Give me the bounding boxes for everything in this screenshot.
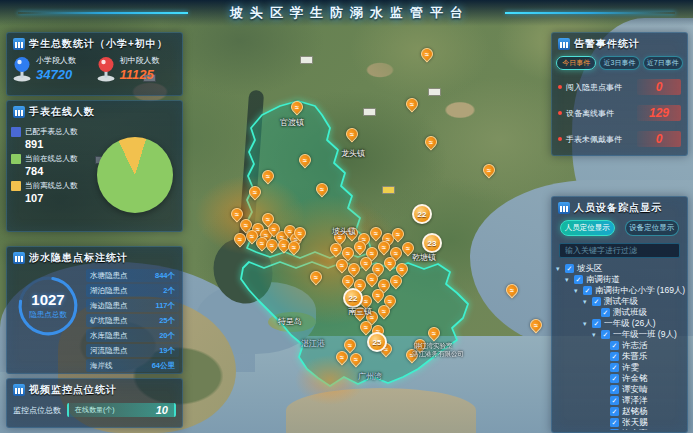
water-wave-icon: ≈ xyxy=(531,320,541,330)
tree-checkbox[interactable]: ✓ xyxy=(565,264,574,273)
tree-node[interactable]: ✓许雯 xyxy=(554,362,685,373)
junior-students-label: 初中段人数 xyxy=(120,55,160,66)
caret-down-icon[interactable]: ▾ xyxy=(583,320,591,327)
person-locate-button[interactable]: 人员定位显示 xyxy=(560,220,615,236)
hazard-type-list: 水塘隐患点844个湖泊隐患点2个海边隐患点117个矿坑隐患点25个水库隐患点20… xyxy=(86,269,179,372)
tree-node[interactable]: ▾✓坡头区 xyxy=(554,263,685,274)
tree-node[interactable]: ✓朱晋乐 xyxy=(554,351,685,362)
alarm-row-intrusion: 闯入隐患点事件 0 xyxy=(552,75,687,99)
hazard-pin[interactable]: ≈ xyxy=(260,168,277,185)
caret-down-icon[interactable]: ▾ xyxy=(556,265,564,272)
hazard-pin[interactable]: ≈ xyxy=(289,99,306,116)
legend-label: 当前离线总人数 xyxy=(25,181,78,191)
hazard-total-donut: 1027 隐患点总数 xyxy=(10,269,86,372)
hazard-panel-title: 涉水隐患点标注统计 xyxy=(29,251,128,265)
water-wave-icon: ≈ xyxy=(263,214,273,224)
tree-checkbox[interactable]: ✓ xyxy=(610,374,619,383)
hazard-row-value: 25个 xyxy=(159,316,175,326)
water-wave-icon: ≈ xyxy=(422,49,432,59)
tree-node[interactable]: ▾✓一年级 (26人) xyxy=(554,318,685,329)
tree-node[interactable]: ✓张天赐 xyxy=(554,417,685,428)
hazard-row-value: 64公里 xyxy=(152,361,175,371)
video-panel-title: 视频监控点位统计 xyxy=(29,383,117,397)
primary-students-value: 34720 xyxy=(36,67,76,82)
tab-7day-events[interactable]: 近7日事件 xyxy=(643,56,683,70)
alarm-row-value: 0 xyxy=(637,79,681,95)
tree-checkbox[interactable]: ✓ xyxy=(610,352,619,361)
tree-checkbox[interactable]: ✓ xyxy=(601,330,610,339)
tree-checkbox[interactable]: ✓ xyxy=(610,341,619,350)
tree-node[interactable]: ▾✓测试年级 xyxy=(554,296,685,307)
tree-checkbox[interactable]: ✓ xyxy=(610,363,619,372)
camera-total-label: 监控点位总数 xyxy=(13,405,61,416)
tree-node[interactable]: ✓测试班级 xyxy=(554,307,685,318)
hazard-pin[interactable]: ≈ xyxy=(308,269,325,286)
tab-today-events[interactable]: 今日事件 xyxy=(556,56,596,70)
tab-3day-events[interactable]: 近3日事件 xyxy=(599,56,639,70)
title-decoration-line xyxy=(505,12,675,14)
hazard-row-label: 河流隐患点 xyxy=(90,346,128,356)
primary-students-label: 小学段人数 xyxy=(36,55,76,66)
tree-checkbox[interactable]: ✓ xyxy=(583,286,592,295)
tree-node[interactable]: ▾✓一年级一班 (9人) xyxy=(554,329,685,340)
legend-value: 891 xyxy=(25,138,97,150)
hazard-row: 水库隐患点20个 xyxy=(86,329,179,342)
caret-down-icon[interactable]: ▾ xyxy=(583,298,591,305)
tree-node[interactable]: ✓许金铭 xyxy=(554,373,685,384)
tree-node[interactable]: ✓许志豪 xyxy=(554,428,685,430)
pin-cluster[interactable]: 22 xyxy=(412,204,432,224)
tree-node[interactable]: ✓谭泽洋 xyxy=(554,395,685,406)
hazard-pin[interactable]: ≈ xyxy=(423,134,440,151)
tree-checkbox[interactable]: ✓ xyxy=(601,308,610,317)
pin-cluster[interactable]: 23 xyxy=(422,233,442,253)
tree-node[interactable]: ▾✓南调街道 xyxy=(554,274,685,285)
hazard-pin[interactable]: ≈ xyxy=(344,126,361,143)
water-wave-icon: ≈ xyxy=(391,276,401,286)
tree-checkbox[interactable]: ✓ xyxy=(610,385,619,394)
tree-checkbox[interactable]: ✓ xyxy=(610,407,619,416)
caret-down-icon[interactable]: ▾ xyxy=(592,331,600,338)
red-pin-icon xyxy=(95,56,117,82)
hazard-pin[interactable]: ≈ xyxy=(297,152,314,169)
hazard-pin[interactable]: ≈ xyxy=(481,162,498,179)
water-wave-icon: ≈ xyxy=(397,264,407,274)
hazard-row-value: 844个 xyxy=(155,271,175,281)
tree-node[interactable]: ▾✓南调街中心小学 (169人) xyxy=(554,285,685,296)
tree-node[interactable]: ✓谭安晴 xyxy=(554,384,685,395)
hazard-row-label: 海边隐患点 xyxy=(90,301,128,311)
tree-checkbox[interactable]: ✓ xyxy=(610,396,619,405)
techeng-island xyxy=(268,312,316,332)
hazard-pin[interactable]: ≈ xyxy=(314,181,331,198)
water-wave-icon: ≈ xyxy=(407,350,417,360)
caret-down-icon[interactable]: ▾ xyxy=(574,287,582,294)
water-wave-icon: ≈ xyxy=(232,209,242,219)
panel-hazard-points: 涉水隐患点标注统计 1027 隐患点总数 水塘隐患点844个湖泊隐患点2个海边隐… xyxy=(6,246,183,374)
online-count-label: 在线数量(个) xyxy=(75,405,115,415)
filter-keyword-input[interactable] xyxy=(559,243,680,258)
legend-value: 107 xyxy=(25,192,97,204)
water-wave-icon: ≈ xyxy=(331,244,341,254)
water-wave-icon: ≈ xyxy=(415,340,425,350)
tree-checkbox[interactable]: ✓ xyxy=(574,275,583,284)
pin-cluster[interactable]: 22 xyxy=(343,288,363,308)
tree-node[interactable]: ✓许志活 xyxy=(554,340,685,351)
hazard-pin[interactable]: ≈ xyxy=(404,96,421,113)
hazard-row: 湖泊隐患点2个 xyxy=(86,284,179,297)
tree-checkbox[interactable]: ✓ xyxy=(610,429,619,430)
watch-legend: 已配手表总人数 891 当前在线总人数 784 当前离线总人数 107 xyxy=(11,123,97,213)
junior-students-stat: 初中段人数 11125 xyxy=(95,55,179,82)
bar-chart-icon xyxy=(558,38,570,50)
hazard-total-label: 隐患点总数 xyxy=(10,310,86,320)
legend-label: 已配手表总人数 xyxy=(25,127,78,137)
tree-node[interactable]: ✓赵铭杨 xyxy=(554,406,685,417)
tree-checkbox[interactable]: ✓ xyxy=(592,297,601,306)
water-wave-icon: ≈ xyxy=(361,322,371,332)
caret-down-icon[interactable]: ▾ xyxy=(565,276,573,283)
water-wave-icon: ≈ xyxy=(349,264,359,274)
pin-cluster[interactable]: 25 xyxy=(367,332,387,352)
water-wave-icon: ≈ xyxy=(292,102,302,112)
tree-checkbox[interactable]: ✓ xyxy=(592,319,601,328)
tree-checkbox[interactable]: ✓ xyxy=(610,418,619,427)
device-locate-button[interactable]: 设备定位显示 xyxy=(625,220,680,236)
hazard-pin[interactable]: ≈ xyxy=(419,46,436,63)
